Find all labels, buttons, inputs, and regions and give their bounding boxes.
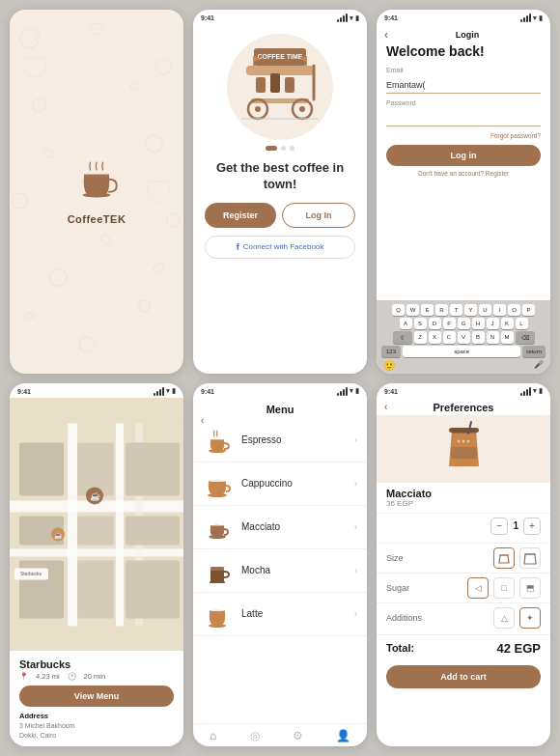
total-row: Total: 42 EGP <box>377 634 550 661</box>
latte-icon <box>203 600 232 629</box>
addition-opt2[interactable]: ✦ <box>519 607 541 629</box>
macciato-icon <box>203 513 232 542</box>
time-login: 9:41 <box>384 14 398 21</box>
key-v[interactable]: V <box>458 331 470 344</box>
key-backspace[interactable]: ⌫ <box>516 331 535 344</box>
distance-value: 4.23 mi <box>36 672 60 681</box>
home-nav-icon[interactable]: ⌂ <box>210 729 216 742</box>
key-q[interactable]: Q <box>392 304 405 316</box>
menu-list: Espresso › Cappuccino › <box>193 419 367 724</box>
sugar-row: Sugar ◁ □ ⬒ <box>377 573 550 602</box>
back-arrow-icon[interactable]: ‹ <box>384 28 388 42</box>
menu-item-cappuccino[interactable]: Cappuccino › <box>193 462 367 506</box>
key-y[interactable]: Y <box>464 304 477 316</box>
size-row: Size <box>377 543 550 573</box>
key-n[interactable]: N <box>487 331 499 344</box>
login-submit-button[interactable]: Log in <box>386 145 541 166</box>
key-a[interactable]: A <box>400 318 412 329</box>
svg-rect-46 <box>77 516 114 545</box>
key-f[interactable]: F <box>443 318 456 329</box>
menu-item-mocha[interactable]: Mocha › <box>193 549 367 593</box>
key-c[interactable]: C <box>443 331 456 344</box>
wifi-icon-pref: ▾ <box>533 387 537 395</box>
mic-icon[interactable]: 🎤 <box>534 360 544 371</box>
menu-item-espresso[interactable]: Espresso › <box>193 419 367 462</box>
latte-arrow-icon: › <box>354 609 357 619</box>
key-t[interactable]: T <box>450 304 462 316</box>
key-z[interactable]: Z <box>414 331 427 344</box>
addition-opt1[interactable]: △ <box>493 607 515 629</box>
key-o[interactable]: O <box>508 304 520 316</box>
key-g[interactable]: G <box>458 318 470 329</box>
forgot-password-link[interactable]: Forgot password? <box>386 132 541 139</box>
profile-nav-icon[interactable]: 👤 <box>336 729 350 742</box>
size-large-option[interactable] <box>519 547 541 569</box>
time-map: 9:41 <box>17 388 31 395</box>
menu-title: Menu <box>193 400 367 417</box>
pref-title: Preferences <box>434 402 494 413</box>
svg-text:Starbucks: Starbucks <box>20 571 42 576</box>
sugar-opt2[interactable]: □ <box>493 577 515 599</box>
key-space[interactable]: space <box>403 346 520 357</box>
key-k[interactable]: K <box>501 318 514 329</box>
key-r[interactable]: R <box>435 304 448 316</box>
facebook-button[interactable]: f Connect with Facebook <box>205 236 355 259</box>
add-to-cart-button[interactable]: Add to cart <box>386 665 541 688</box>
facebook-icon: f <box>237 242 239 252</box>
password-input[interactable] <box>386 111 541 126</box>
pref-illustration <box>377 415 550 483</box>
key-u[interactable]: U <box>479 304 491 316</box>
sugar-opt1[interactable]: ◁ <box>467 577 489 599</box>
back-icon-menu[interactable]: ‹ <box>201 415 204 426</box>
status-bar-map: 9:41 ▾ ▮ <box>10 383 183 398</box>
battery-icon: ▮ <box>355 14 359 22</box>
svg-point-59 <box>209 449 226 453</box>
key-j[interactable]: J <box>487 318 499 329</box>
svg-rect-41 <box>116 423 124 626</box>
login-button[interactable]: Log In <box>282 203 355 228</box>
email-input[interactable] <box>386 78 541 94</box>
time-value: 20 min <box>84 672 106 681</box>
view-menu-button[interactable]: View Menu <box>19 686 174 707</box>
key-b[interactable]: B <box>472 331 485 344</box>
key-i[interactable]: I <box>493 304 506 316</box>
key-shift[interactable]: ⇧ <box>393 331 412 344</box>
key-l[interactable]: L <box>516 318 528 329</box>
key-m[interactable]: M <box>501 331 514 344</box>
qty-plus-button[interactable]: + <box>523 518 541 535</box>
map-view[interactable]: ☕ ☕ Starbucks <box>10 398 183 652</box>
key-e[interactable]: E <box>421 304 434 316</box>
battery-icon-login: ▮ <box>539 14 543 22</box>
key-p[interactable]: P <box>522 304 535 316</box>
location-nav-icon[interactable]: ◎ <box>250 729 260 742</box>
latte-name: Latte <box>241 608 354 619</box>
onboard-headline: Get the best coffee in town! <box>193 160 367 193</box>
phone-preferences: 9:41 ▾ ▮ ‹ Preferences <box>377 383 550 747</box>
emoji-button[interactable]: 🙂 <box>383 360 395 371</box>
battery-icon-map: ▮ <box>172 387 176 395</box>
wifi-icon-map: ▾ <box>166 387 170 395</box>
key-w[interactable]: W <box>406 304 419 316</box>
key-123[interactable]: 123 <box>381 346 401 357</box>
sugar-opt3[interactable]: ⬒ <box>519 577 541 599</box>
key-x[interactable]: X <box>429 331 441 344</box>
size-small-option[interactable] <box>493 547 515 569</box>
total-label: Total: <box>386 642 496 654</box>
svg-point-18 <box>83 193 111 198</box>
key-d[interactable]: D <box>429 318 441 329</box>
wifi-icon-login: ▾ <box>533 14 537 22</box>
menu-item-macciato[interactable]: Macciato › <box>193 506 367 549</box>
back-icon-pref[interactable]: ‹ <box>384 402 387 412</box>
key-s[interactable]: S <box>414 318 427 329</box>
register-button[interactable]: Register <box>205 203 276 228</box>
espresso-name: Espresso <box>241 434 354 445</box>
key-h[interactable]: H <box>472 318 485 329</box>
key-return[interactable]: return <box>522 346 546 357</box>
svg-text:☕: ☕ <box>54 531 63 540</box>
macciato-arrow-icon: › <box>354 522 357 532</box>
qty-minus-button[interactable]: − <box>490 518 508 535</box>
settings-nav-icon[interactable]: ⚙ <box>293 729 303 742</box>
pref-item-price: 36 EGP <box>377 499 550 508</box>
menu-item-latte[interactable]: Latte › <box>193 593 367 636</box>
total-price: 42 EGP <box>496 641 541 656</box>
